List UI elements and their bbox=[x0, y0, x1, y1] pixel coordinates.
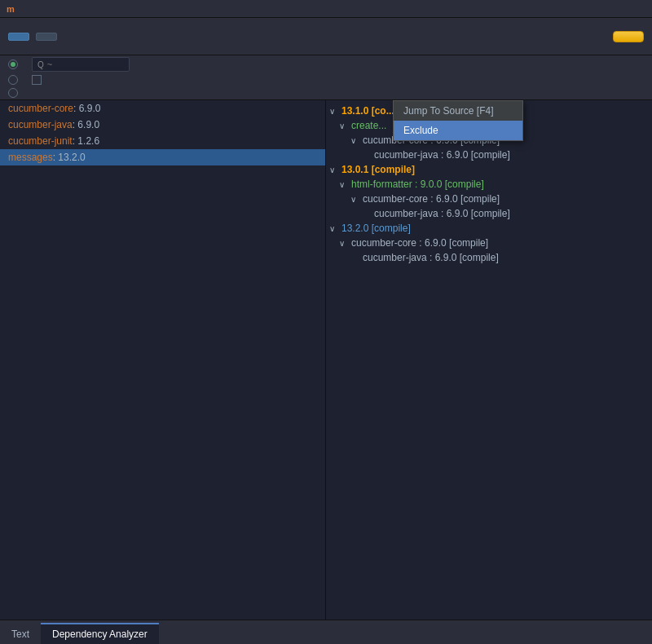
tree-item[interactable]: cucumber-java : 6.9.0 [compile] bbox=[326, 148, 652, 162]
tree-node-label: cucumber-java : 6.9.0 [compile] bbox=[374, 149, 510, 161]
tree-node-label: cucumber-java : 6.9.0 [compile] bbox=[363, 252, 499, 263]
conflicts-radio[interactable] bbox=[8, 60, 22, 69]
title-bar: m bbox=[0, 0, 652, 18]
bottom-tabs: TextDependency Analyzer bbox=[0, 620, 652, 644]
maven-icon: m bbox=[7, 4, 15, 14]
refresh-button[interactable] bbox=[8, 33, 29, 41]
tree-node-label: 13.1.0 [co... bbox=[341, 105, 394, 117]
item-key: cucumber-junit bbox=[8, 135, 73, 147]
item-value: : 6.9.0 bbox=[73, 119, 99, 130]
list-item[interactable]: cucumber-junit: 1.2.6 bbox=[0, 133, 325, 149]
conflicts-radio-dot bbox=[8, 60, 18, 69]
item-key: cucumber-java bbox=[8, 119, 73, 130]
item-value: : 1.2.6 bbox=[73, 135, 99, 147]
tree-node-label: cucumber-java : 6.9.0 [compile] bbox=[374, 208, 510, 219]
all-deps-list-radio-dot bbox=[8, 75, 18, 85]
main-content: cucumber-core: 6.9.0cucumber-java: 6.9.0… bbox=[0, 100, 652, 620]
chevron-icon: ∨ bbox=[339, 121, 349, 130]
tree-node-label: 13.2.0 [compile] bbox=[341, 223, 411, 234]
item-key: cucumber-core bbox=[8, 103, 73, 114]
all-deps-tree-radio[interactable] bbox=[8, 88, 22, 98]
chevron-icon: ∨ bbox=[329, 107, 339, 116]
tree-item[interactable]: ∨13.2.0 [compile] bbox=[326, 221, 652, 236]
chevron-icon: ∨ bbox=[350, 136, 360, 145]
chevron-icon: ∨ bbox=[350, 195, 360, 204]
context-menu: Jump To Source [F4]Exclude bbox=[393, 100, 523, 141]
list-item[interactable]: cucumber-core: 6.9.0 bbox=[0, 100, 325, 117]
item-value: : 6.9.0 bbox=[73, 103, 100, 114]
chevron-icon: ∨ bbox=[329, 224, 339, 233]
search-input[interactable] bbox=[47, 60, 121, 69]
options-bar: Q bbox=[0, 55, 652, 100]
list-item[interactable]: messages: 13.2.0 bbox=[0, 149, 325, 165]
item-key: messages bbox=[8, 152, 53, 163]
all-deps-list-radio[interactable] bbox=[8, 75, 22, 85]
tree-item[interactable]: cucumber-java : 6.9.0 [compile] bbox=[326, 250, 652, 265]
all-deps-tree-radio-dot bbox=[8, 88, 18, 98]
tree-item[interactable]: ∨html-formatter : 9.0.0 [compile] bbox=[326, 177, 652, 192]
toolbar bbox=[0, 18, 652, 55]
search-box[interactable]: Q bbox=[32, 57, 130, 72]
show-group-id-checkbox[interactable] bbox=[32, 75, 46, 85]
item-value: : 13.2.0 bbox=[53, 152, 86, 163]
tree-item[interactable]: ∨13.0.1 [compile] bbox=[326, 162, 652, 177]
donate-button[interactable] bbox=[613, 31, 644, 42]
context-menu-item[interactable]: Exclude bbox=[394, 121, 522, 140]
right-panel: ∨13.1.0 [co...Jump To Source [F4]Exclude… bbox=[326, 100, 652, 620]
tree-node-label: create... bbox=[351, 120, 386, 131]
tab-dependency-analyzer[interactable]: Dependency Analyzer bbox=[41, 623, 159, 644]
search-icon: Q bbox=[37, 60, 44, 69]
reimport-button[interactable] bbox=[36, 33, 57, 41]
left-panel: cucumber-core: 6.9.0cucumber-java: 6.9.0… bbox=[0, 100, 326, 620]
tree-node-label: 13.0.1 [compile] bbox=[341, 164, 415, 175]
context-menu-item[interactable]: Jump To Source [F4] bbox=[394, 101, 522, 121]
show-group-id-box bbox=[32, 75, 42, 85]
tree-item[interactable]: ∨cucumber-core : 6.9.0 [compile] bbox=[326, 192, 652, 206]
tab-text[interactable]: Text bbox=[0, 624, 41, 644]
chevron-icon: ∨ bbox=[339, 180, 349, 189]
chevron-icon: ∨ bbox=[329, 165, 339, 174]
tree-node-label: cucumber-core : 6.9.0 [compile] bbox=[351, 237, 488, 249]
tree-node-label: cucumber-core : 6.9.0 [compile] bbox=[363, 193, 500, 205]
tree-item[interactable]: cucumber-java : 6.9.0 [compile] bbox=[326, 206, 652, 221]
tree-item[interactable]: ∨cucumber-core : 6.9.0 [compile] bbox=[326, 236, 652, 250]
tree-node-label: html-formatter : 9.0.0 [compile] bbox=[351, 179, 484, 190]
chevron-icon: ∨ bbox=[339, 239, 349, 248]
list-item[interactable]: cucumber-java: 6.9.0 bbox=[0, 117, 325, 133]
